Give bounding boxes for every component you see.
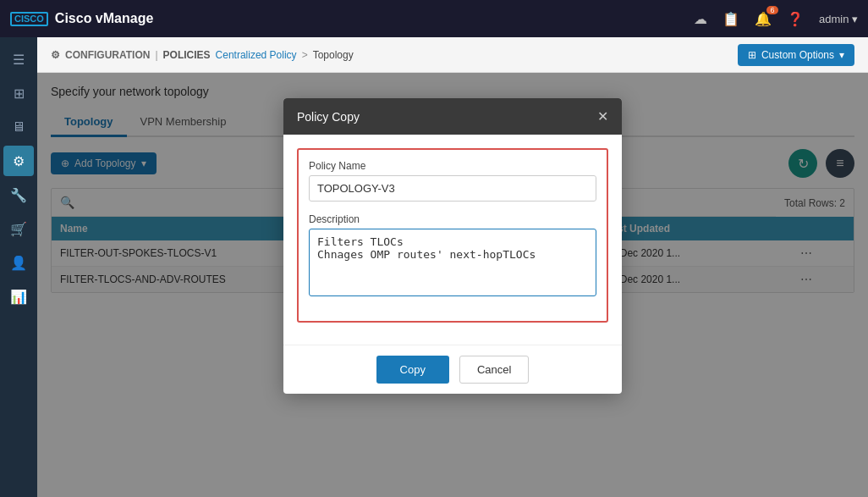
main-content: ⚙ CONFIGURATION | POLICIES Centralized P…	[37, 37, 868, 497]
sidebar: ☰ ⊞ 🖥 ⚙ 🔧 🛒 👤 📊	[0, 37, 37, 497]
sidebar-item-reports[interactable]: 📊	[3, 281, 34, 312]
sidebar-item-tools[interactable]: 🔧	[3, 179, 34, 210]
policy-copy-modal: Policy Copy ✕ Policy Name Description Fi…	[283, 98, 622, 394]
gear-icon: ⚙	[51, 49, 60, 61]
modal-header: Policy Copy ✕	[283, 98, 622, 135]
top-navigation: CISCO Cisco vManage ☁ 📋 🔔 6 ❓ admin ▾	[0, 0, 868, 37]
cancel-button[interactable]: Cancel	[459, 356, 529, 384]
document-icon[interactable]: 📋	[722, 11, 739, 27]
sidebar-item-config[interactable]: ⚙	[3, 146, 34, 176]
modal-form-bordered: Policy Name Description Filters TLOCs Ch…	[297, 148, 608, 323]
modal-title: Policy Copy	[297, 110, 360, 124]
brand-logo[interactable]: CISCO Cisco vManage	[10, 11, 153, 26]
notification-count: 6	[766, 6, 778, 14]
sub-header: ⚙ CONFIGURATION | POLICIES Centralized P…	[37, 37, 868, 73]
sidebar-item-dashboard[interactable]: ⊞	[3, 78, 34, 108]
breadcrumb-policies: POLICIES	[163, 49, 211, 61]
custom-options-button[interactable]: ⊞ Custom Options ▾	[738, 44, 854, 66]
custom-options-chevron: ▾	[839, 49, 844, 61]
cisco-icon: CISCO	[10, 12, 48, 26]
cloud-icon[interactable]: ☁	[694, 11, 707, 27]
policy-name-label: Policy Name	[309, 160, 596, 172]
copy-button[interactable]: Copy	[376, 356, 449, 384]
app-title: Cisco vManage	[55, 11, 153, 26]
modal-body: Policy Name Description Filters TLOCs Ch…	[283, 135, 622, 345]
sidebar-item-menu[interactable]: ☰	[3, 44, 34, 75]
description-group: Description Filters TLOCs Chnages OMP ro…	[309, 213, 596, 299]
sidebar-item-monitor[interactable]: 🖥	[3, 112, 34, 142]
admin-menu[interactable]: admin ▾	[819, 13, 858, 25]
breadcrumb-separator: |	[155, 49, 157, 61]
close-icon[interactable]: ✕	[597, 108, 608, 124]
page-area: Specify your network topology Topology V…	[37, 73, 868, 497]
breadcrumb-centralized-policy[interactable]: Centralized Policy	[216, 49, 297, 61]
sidebar-item-users[interactable]: 👤	[3, 247, 34, 278]
policy-name-input[interactable]	[309, 175, 596, 202]
breadcrumb-arrow: >	[302, 49, 308, 61]
notification-bell[interactable]: 🔔 6	[755, 11, 772, 27]
help-icon[interactable]: ❓	[787, 11, 804, 27]
modal-overlay: Policy Copy ✕ Policy Name Description Fi…	[37, 73, 868, 497]
custom-options-icon: ⊞	[748, 49, 756, 61]
breadcrumb-current: Topology	[313, 49, 354, 61]
description-label: Description	[309, 213, 596, 225]
description-textarea[interactable]: Filters TLOCs Chnages OMP routes' next-h…	[309, 229, 596, 296]
modal-footer: Copy Cancel	[283, 345, 622, 394]
policy-name-group: Policy Name	[309, 160, 596, 202]
nav-icons: ☁ 📋 🔔 6 ❓ admin ▾	[694, 11, 858, 27]
sidebar-item-store[interactable]: 🛒	[3, 213, 34, 244]
breadcrumb-config: ⚙ CONFIGURATION	[51, 49, 150, 61]
breadcrumb: ⚙ CONFIGURATION | POLICIES Centralized P…	[51, 49, 354, 61]
